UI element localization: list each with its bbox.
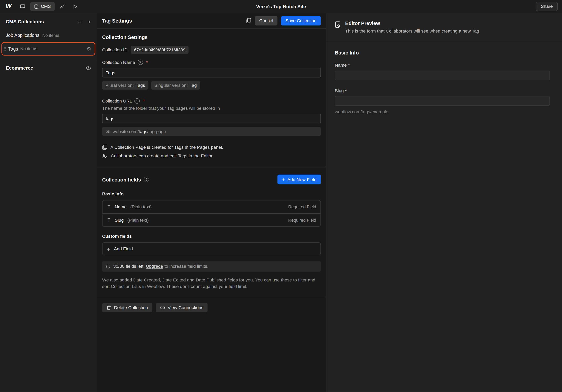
panel-title: Tag Settings xyxy=(102,18,132,24)
sidebar-item-ecommerce[interactable]: Ecommerce xyxy=(0,60,97,76)
ecommerce-label: Ecommerce xyxy=(6,65,33,71)
collection-name: Job Applications xyxy=(6,33,39,38)
collection-page-info: A Collection Page is created for Tags in… xyxy=(102,144,321,150)
editor-preview-title: Editor Preview xyxy=(345,20,479,26)
collection-id-value: 67e2daf4f9fd89b7216ff339 xyxy=(131,46,188,54)
collection-settings-gear-icon[interactable]: ⚙ xyxy=(87,46,91,51)
duplicate-collection-icon[interactable] xyxy=(246,18,251,24)
required-field-badge: Required Field xyxy=(288,204,316,210)
topbar: W CMS xyxy=(0,0,562,13)
tag-settings-panel: Tag Settings Cancel Save Collection Coll… xyxy=(97,13,326,392)
preview-slug-label: Slug * xyxy=(335,88,550,93)
view-connections-button[interactable]: View Connections xyxy=(156,303,208,312)
preview-slug-help: webflow.com/tags/example xyxy=(335,109,550,114)
editor-preview-subtitle: This is the form that Collaborators will… xyxy=(345,29,479,34)
help-icon[interactable]: ? xyxy=(135,98,140,104)
collaborators-info: Collaborators can create and edit Tags i… xyxy=(102,154,321,159)
collection-id-label: Collection ID xyxy=(102,47,128,52)
basic-fields-list: T Name (Plain text) Required Field T Slu… xyxy=(102,200,321,226)
collection-item-count: No items xyxy=(20,46,37,51)
drag-handle-icon[interactable] xyxy=(3,46,6,51)
collection-url-label: Collection URL xyxy=(102,98,132,104)
database-icon xyxy=(34,4,39,9)
preview-slug-input[interactable] xyxy=(335,96,550,106)
collection-item-job-applications[interactable]: Job Applications No items xyxy=(0,29,97,41)
url-preview-bar: website.com/tags/tag-page xyxy=(102,127,321,136)
required-field-badge: Required Field xyxy=(288,217,316,223)
plus-icon: + xyxy=(282,176,285,182)
limits-suffix-text: to increase field limits. xyxy=(164,264,209,269)
field-row-slug[interactable]: T Slug (Plain text) Required Field xyxy=(103,213,320,226)
collection-settings-heading: Collection Settings xyxy=(102,35,321,40)
section-divider xyxy=(97,297,326,297)
add-new-field-button[interactable]: + Add New Field xyxy=(278,175,321,184)
plus-icon: + xyxy=(107,246,110,252)
add-collection-icon[interactable]: + xyxy=(88,19,91,24)
collection-item-count: No items xyxy=(42,33,59,38)
required-asterisk: * xyxy=(348,63,350,68)
add-field-button[interactable]: + Add Field xyxy=(102,242,321,255)
preview-name-input[interactable] xyxy=(335,71,550,80)
singular-version-badge: Singular version: Tag xyxy=(151,81,200,90)
section-divider xyxy=(97,167,326,167)
date-fields-note: We also added Date Created, Date Edited … xyxy=(102,277,321,290)
page-search-icon xyxy=(335,21,341,34)
cms-button[interactable]: CMS xyxy=(30,2,55,11)
collection-name-label: Collection Name xyxy=(102,60,135,65)
required-asterisk: * xyxy=(146,60,148,65)
cms-collections-sidebar: CMS Collections ⋯ + Job Applications No … xyxy=(0,13,97,392)
plain-text-field-icon: T xyxy=(107,204,111,210)
link-icon xyxy=(106,129,110,133)
help-icon[interactable]: ? xyxy=(144,177,149,182)
field-row-name[interactable]: T Name (Plain text) Required Field xyxy=(103,201,320,214)
refresh-gauge-icon xyxy=(106,264,111,269)
eye-icon[interactable] xyxy=(86,66,91,70)
collection-name-input[interactable] xyxy=(102,68,321,77)
webflow-cms-app: W CMS xyxy=(0,0,562,392)
analytics-icon[interactable] xyxy=(57,2,68,11)
fields-left-text: 30/30 fields left. xyxy=(113,264,145,269)
page-icon xyxy=(102,144,107,150)
plural-version-badge: Plural version: Tags xyxy=(102,81,148,90)
cancel-button[interactable]: Cancel xyxy=(255,16,278,25)
share-button[interactable]: Share xyxy=(536,2,558,11)
link-icon xyxy=(160,305,165,310)
editor-preview-panel: Editor Preview This is the form that Col… xyxy=(326,13,562,392)
collection-fields-heading: Collection fields xyxy=(102,177,141,182)
basic-info-label: Basic info xyxy=(102,191,321,197)
required-asterisk: * xyxy=(345,88,347,93)
collections-menu-icon[interactable]: ⋯ xyxy=(78,19,83,24)
help-icon[interactable]: ? xyxy=(138,59,143,65)
preview-basic-info-heading: Basic Info xyxy=(335,50,550,56)
collection-name: Tags xyxy=(8,46,18,51)
required-asterisk: * xyxy=(143,98,145,104)
url-preview-slug: tags xyxy=(139,129,147,134)
preview-name-label: Name * xyxy=(335,63,550,68)
webflow-logo[interactable]: W xyxy=(4,3,15,10)
plain-text-field-icon: T xyxy=(107,217,111,223)
collection-url-input[interactable] xyxy=(102,114,321,123)
designer-tool-icon[interactable] xyxy=(17,2,28,11)
collaborator-edit-icon xyxy=(102,154,107,159)
delete-collection-button[interactable]: Delete Collection xyxy=(102,303,152,312)
site-title: Vinze's Top-Notch Site xyxy=(0,4,562,9)
url-preview-suffix: /tag-page xyxy=(147,129,166,134)
save-collection-button[interactable]: Save Collection xyxy=(281,16,321,25)
collection-url-help-text: The name of the folder that your Tag pag… xyxy=(102,106,321,111)
trash-icon xyxy=(106,305,111,310)
cms-button-label: CMS xyxy=(41,4,51,9)
sidebar-title: CMS Collections xyxy=(6,19,44,24)
upgrade-link[interactable]: Upgrade xyxy=(146,264,163,269)
field-limits-bar: 30/30 fields left. Upgrade to increase f… xyxy=(102,261,321,272)
custom-fields-label: Custom fields xyxy=(102,234,321,239)
collection-item-tags[interactable]: Tags No items ⚙ xyxy=(1,42,95,56)
url-preview-prefix: website.com/ xyxy=(113,129,139,134)
preview-play-icon[interactable] xyxy=(70,2,81,11)
